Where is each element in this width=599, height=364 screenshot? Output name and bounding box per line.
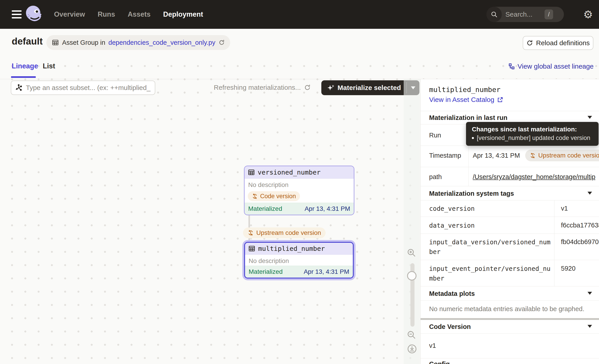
chevron-down-icon[interactable] xyxy=(588,116,592,119)
refresh-icon xyxy=(526,40,533,46)
tag-value: 5920 xyxy=(561,265,576,272)
tag-value: fb04dcb6970 xyxy=(561,238,599,246)
section-heading-config[interactable]: Config xyxy=(429,360,450,364)
tag-key: input_data_version/versioned_number xyxy=(429,237,552,257)
dagster-logo-icon[interactable] xyxy=(24,5,44,24)
view-global-asset-lineage-link[interactable]: View global asset lineage xyxy=(508,62,594,70)
zoom-out-icon[interactable] xyxy=(406,330,416,340)
asset-node-name: multiplied_number xyxy=(258,245,325,252)
asset-subset-input[interactable] xyxy=(26,84,151,92)
reload-definitions-button[interactable]: Reload definitions xyxy=(523,36,593,50)
code-version-badge-label: Code version xyxy=(260,193,296,200)
section-heading-system-tags[interactable]: Materialization system tags xyxy=(429,190,514,197)
tab-list[interactable]: List xyxy=(43,62,55,70)
asset-subset-filter[interactable] xyxy=(11,80,155,95)
tag-key: input_event_pointer/versioned_number xyxy=(429,264,552,283)
refreshing-label: Refreshing materializations... xyxy=(214,84,301,91)
row-label-run: Run xyxy=(429,132,441,139)
materialization-footer: Materialized Apr 13, 4:31 PM xyxy=(245,203,354,215)
tooltip-title: Changes since last materialization: xyxy=(472,126,593,133)
section-heading-code-version[interactable]: Code Version xyxy=(429,323,471,330)
refresh-icon[interactable] xyxy=(304,84,311,91)
code-version-changed-icon xyxy=(247,230,254,236)
code-version-badge: Code version xyxy=(248,191,300,201)
sparkle-icon xyxy=(327,84,335,92)
timestamp-value: Apr 13, 4:31 PM xyxy=(473,152,520,159)
nav-item-deployment[interactable]: Deployment xyxy=(163,10,203,18)
tag-key: data_version xyxy=(429,221,552,230)
refresh-icon[interactable] xyxy=(219,39,225,46)
search-icon xyxy=(486,7,502,22)
tag-key: code_version xyxy=(429,204,552,214)
refreshing-status: Refreshing materializations... xyxy=(214,84,311,91)
hamburger-menu-icon[interactable] xyxy=(12,10,22,18)
asset-node-name: versioned_number xyxy=(258,168,320,176)
materialized-status: Materialized xyxy=(249,268,283,275)
page-title: default xyxy=(12,36,43,47)
lineage-graph-icon xyxy=(508,63,515,70)
code-location-link[interactable]: dependencies_code_version_only.py xyxy=(108,39,215,46)
view-global-asset-lineage-label: View global asset lineage xyxy=(518,62,594,70)
search-shortcut-badge: / xyxy=(545,9,553,19)
zoom-slider-handle[interactable] xyxy=(407,271,416,281)
search-input[interactable] xyxy=(505,10,544,18)
nav-item-runs[interactable]: Runs xyxy=(98,10,115,18)
section-heading-last-run[interactable]: Materialization in last run xyxy=(429,114,507,121)
panel-asset-title: multiplied_number xyxy=(429,86,501,94)
section-group-divider xyxy=(421,318,599,320)
code-version-value: v1 xyxy=(429,342,436,349)
path-link[interactable]: /Users/sryza/dagster_home/storage/multip xyxy=(473,173,595,181)
row-label-timestamp: Timestamp xyxy=(429,152,461,159)
upstream-code-version-label: Upstream code version xyxy=(256,229,321,236)
materialized-timestamp[interactable]: Apr 13, 4:31 PM xyxy=(305,205,350,212)
upstream-code-version-badge: Upstream code version xyxy=(243,227,326,238)
asset-node-versioned-number[interactable]: versioned_number No description Code ver… xyxy=(244,165,354,215)
chevron-down-icon[interactable] xyxy=(588,325,592,328)
asset-group-breadcrumb: Asset Group in dependencies_code_version… xyxy=(46,35,230,50)
tag-value: f6ccba177638 xyxy=(561,222,599,229)
tag-value: v1 xyxy=(561,205,568,212)
materialized-timestamp[interactable]: Apr 13, 4:31 PM xyxy=(304,268,349,275)
changes-tooltip: Changes since last materialization: [ver… xyxy=(466,122,599,146)
asset-node-description: No description xyxy=(245,179,354,189)
top-navigation-bar: Overview Runs Assets Deployment / ⚙ xyxy=(0,0,599,29)
materialize-selected-label: Materialize selected xyxy=(337,84,401,92)
external-link-icon xyxy=(497,96,503,103)
view-in-asset-catalog-link[interactable]: View in Asset Catalog xyxy=(429,96,503,104)
primary-nav: Overview Runs Assets Deployment xyxy=(54,0,203,29)
row-label-path: path xyxy=(429,173,442,181)
chevron-down-icon[interactable] xyxy=(588,192,592,195)
nav-item-assets[interactable]: Assets xyxy=(128,10,150,18)
materialized-status: Materialized xyxy=(248,205,282,212)
graph-splat-icon xyxy=(15,84,23,92)
global-search[interactable]: / xyxy=(486,7,564,22)
asset-node-multiplied-number-selected[interactable]: multiplied_number No description Materia… xyxy=(244,242,354,278)
download-graph-icon[interactable] xyxy=(407,344,417,354)
nav-item-overview[interactable]: Overview xyxy=(54,10,85,18)
upstream-code-version-badge: Upstream code version xyxy=(525,150,599,161)
metadata-plots-empty-state: No numeric metadata entries available to… xyxy=(429,305,584,313)
chevron-down-icon[interactable] xyxy=(588,292,592,295)
table-grid-icon xyxy=(248,169,255,176)
section-heading-metadata-plots[interactable]: Metadata plots xyxy=(429,290,475,297)
upstream-code-version-label: Upstream code version xyxy=(538,152,599,159)
tab-lineage[interactable]: Lineage xyxy=(12,62,38,70)
asset-node-description: No description xyxy=(245,255,353,265)
asset-group-prefix: Asset Group in xyxy=(62,39,105,46)
materialization-footer: Materialized Apr 13, 4:31 PM xyxy=(245,266,353,277)
table-grid-icon xyxy=(248,245,255,252)
gear-icon[interactable]: ⚙ xyxy=(583,8,593,21)
reload-definitions-label: Reload definitions xyxy=(536,39,590,47)
active-tab-underline xyxy=(11,76,36,78)
bullet-icon xyxy=(472,137,474,139)
view-in-asset-catalog-label: View in Asset Catalog xyxy=(429,96,494,104)
table-grid-icon xyxy=(52,39,59,46)
code-version-changed-icon xyxy=(530,153,536,159)
tooltip-item: [versioned_number] updated code version xyxy=(477,135,590,141)
zoom-in-icon[interactable] xyxy=(406,248,416,258)
code-version-changed-icon xyxy=(252,193,258,199)
